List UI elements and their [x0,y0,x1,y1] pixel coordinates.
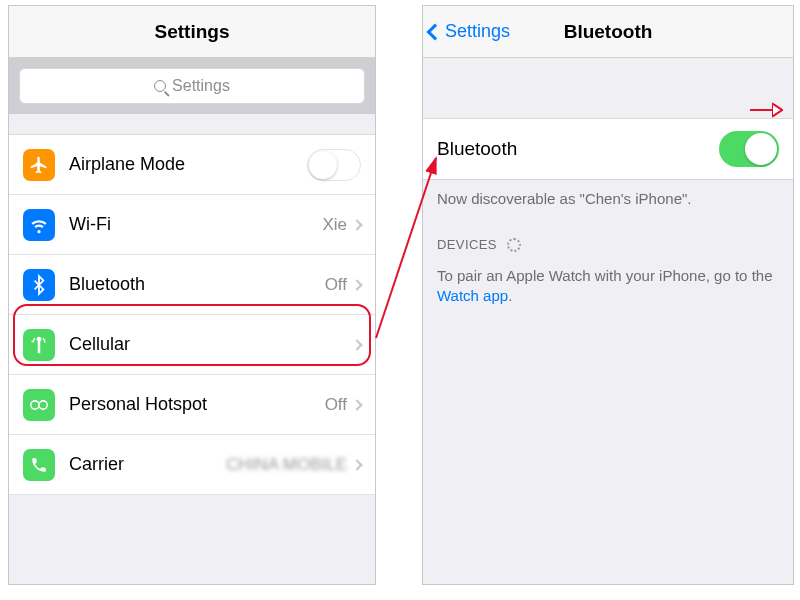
spinner-icon [507,238,521,252]
pair-instructions: To pair an Apple Watch with your iPhone,… [423,260,793,327]
row-airplane-mode[interactable]: Airplane Mode [9,135,375,195]
row-value: Off [325,275,347,295]
row-value: Xie [322,215,347,235]
settings-panel: Settings Settings Airplane Mode Wi-Fi Xi… [8,5,376,585]
airplane-toggle[interactable] [307,149,361,181]
row-label: Bluetooth [69,274,325,295]
row-label: Cellular [69,334,353,355]
row-value: Off [325,395,347,415]
chevron-right-icon [351,339,362,350]
watch-app-link[interactable]: Watch app [437,287,508,304]
row-label: Wi-Fi [69,214,322,235]
chevron-right-icon [351,279,362,290]
pair-text-after: . [508,287,512,304]
phone-icon [23,449,55,481]
hotspot-icon [23,389,55,421]
svg-point-1 [39,400,47,408]
nav-header: Settings Bluetooth [423,6,793,58]
chevron-left-icon [427,23,444,40]
row-label: Personal Hotspot [69,394,325,415]
cellular-icon [23,329,55,361]
chevron-right-icon [351,459,362,470]
back-button[interactable]: Settings [429,6,510,57]
page-title: Bluetooth [564,21,653,43]
page-title: Settings [155,21,230,43]
row-personal-hotspot[interactable]: Personal Hotspot Off [9,375,375,435]
nav-header: Settings [9,6,375,58]
bluetooth-icon [23,269,55,301]
bluetooth-panel: Settings Bluetooth Bluetooth Now discove… [422,5,794,585]
toggle-label: Bluetooth [437,138,719,160]
row-bluetooth[interactable]: Bluetooth Off [9,255,375,315]
annotation-arrow-icon [749,101,783,119]
search-placeholder: Settings [172,77,230,95]
search-input[interactable]: Settings [19,68,365,104]
wifi-icon [23,209,55,241]
svg-point-0 [31,400,39,408]
row-carrier[interactable]: Carrier CHINA MOBILE [9,435,375,495]
discoverable-text: Now discoverable as "Chen's iPhone". [423,180,793,217]
back-label: Settings [445,21,510,42]
row-label: Carrier [69,454,226,475]
bluetooth-toggle-row: Bluetooth [423,118,793,180]
settings-list: Airplane Mode Wi-Fi Xie Bluetooth Off Ce… [9,134,375,495]
airplane-icon [23,149,55,181]
chevron-right-icon [351,399,362,410]
row-cellular[interactable]: Cellular [9,315,375,375]
pair-text-before: To pair an Apple Watch with your iPhone,… [437,267,772,284]
chevron-right-icon [351,219,362,230]
search-icon [154,80,166,92]
row-value: CHINA MOBILE [226,455,347,475]
search-bar-wrap: Settings [9,58,375,114]
bluetooth-toggle[interactable] [719,131,779,167]
row-label: Airplane Mode [69,154,307,175]
row-wifi[interactable]: Wi-Fi Xie [9,195,375,255]
devices-label: DEVICES [437,237,497,252]
devices-section-header: DEVICES [423,217,793,260]
